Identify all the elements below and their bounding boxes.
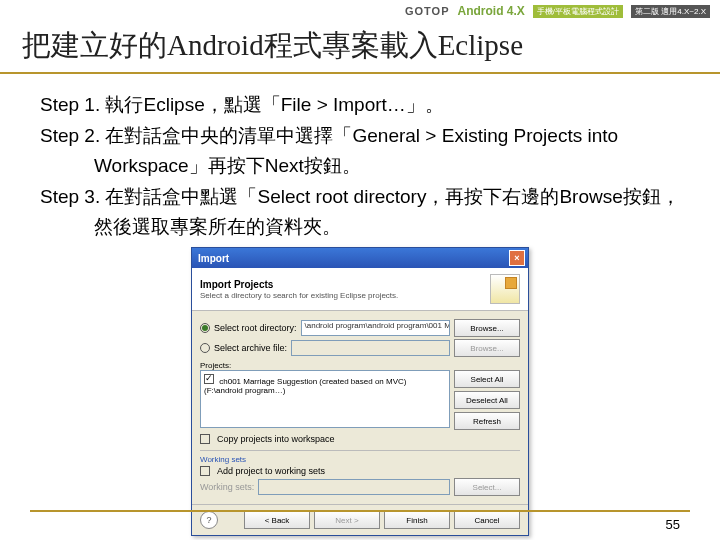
close-icon[interactable]: × xyxy=(509,250,525,266)
archive-label: Select archive file: xyxy=(214,343,287,353)
banner-title: Import Projects xyxy=(200,279,398,290)
step-1: Step 1. 執行Eclipse，點選「File > Import…」。 xyxy=(40,90,680,119)
next-button: Next > xyxy=(314,511,380,529)
page-number: 55 xyxy=(666,517,680,532)
copy-checkbox[interactable] xyxy=(200,434,210,444)
project-item: ch001 Marriage Suggestion (created based… xyxy=(204,377,406,395)
root-dir-input[interactable]: \android program\android program\001 Mar… xyxy=(301,320,450,336)
import-dialog: Import × Import Projects Select a direct… xyxy=(191,247,529,536)
copy-label: Copy projects into workspace xyxy=(217,434,335,444)
footer-rule xyxy=(30,510,690,512)
cancel-button[interactable]: Cancel xyxy=(454,511,520,529)
badge-2: 第二版 適用4.X~2.X xyxy=(631,5,710,18)
banner-desc: Select a directory to search for existin… xyxy=(200,291,398,300)
root-dir-radio[interactable] xyxy=(200,323,210,333)
badge-1: 手機/平板電腦程式設計 xyxy=(533,5,623,18)
help-icon[interactable]: ? xyxy=(200,511,218,529)
archive-input xyxy=(291,340,450,356)
back-button[interactable]: < Back xyxy=(244,511,310,529)
addws-label: Add project to working sets xyxy=(217,466,325,476)
browse-root-button[interactable]: Browse... xyxy=(454,319,520,337)
import-icon xyxy=(490,274,520,304)
dialog-title: Import xyxy=(198,253,229,264)
archive-radio[interactable] xyxy=(200,343,210,353)
select-ws-button: Select... xyxy=(454,478,520,496)
projects-list[interactable]: ch001 Marriage Suggestion (created based… xyxy=(200,370,450,428)
working-sets-label: Working sets xyxy=(200,455,520,464)
project-checkbox[interactable] xyxy=(204,374,214,384)
step-2: Step 2. 在對話盒中央的清單中選擇「General > Existing … xyxy=(40,121,680,180)
gotop-logo: GOTOP xyxy=(405,5,450,17)
slide-title: 把建立好的Android程式專案載入Eclipse xyxy=(0,24,720,74)
addws-checkbox[interactable] xyxy=(200,466,210,476)
refresh-button[interactable]: Refresh xyxy=(454,412,520,430)
wslist-input xyxy=(258,479,450,495)
finish-button[interactable]: Finish xyxy=(384,511,450,529)
browse-archive-button: Browse... xyxy=(454,339,520,357)
projects-label: Projects: xyxy=(200,361,520,370)
android-logo: Android 4.X xyxy=(458,4,525,18)
root-dir-label: Select root directory: xyxy=(214,323,297,333)
step-3: Step 3. 在對話盒中點選「Select root directory，再按… xyxy=(40,182,680,241)
wslist-label: Working sets: xyxy=(200,482,254,492)
select-all-button[interactable]: Select All xyxy=(454,370,520,388)
deselect-all-button[interactable]: Deselect All xyxy=(454,391,520,409)
